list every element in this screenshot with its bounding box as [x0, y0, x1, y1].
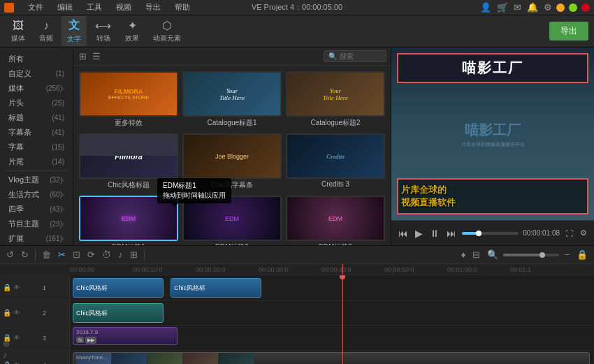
media-item-label: Chic风格标题 [79, 179, 178, 191]
media-item-credits3[interactable]: Credits Credits 3 [286, 133, 385, 191]
timeline-lock-icon[interactable]: 🔒 [574, 248, 590, 261]
zoom-out-icon[interactable]: − [562, 248, 572, 261]
track-header-3: 🔒 👁 3 [0, 326, 70, 350]
menu-help[interactable]: 帮助 [172, 2, 193, 13]
track-add-icon[interactable]: ♦ [459, 248, 468, 261]
media-grid: FILMORA EFFECTS STORE 更多特效 YourTitle Her… [73, 66, 391, 245]
zoom-handle[interactable] [539, 252, 545, 258]
track-settings-icon[interactable]: ⊟ [470, 248, 482, 261]
tool-effects[interactable]: ✦ 效果 [119, 17, 145, 45]
split-button[interactable]: ⊞ [128, 248, 140, 261]
progress-handle[interactable] [476, 231, 481, 236]
menu-video[interactable]: 视频 [113, 2, 134, 13]
redo-button[interactable]: ↻ [19, 248, 31, 261]
menu-file[interactable]: 文件 [25, 2, 46, 13]
tool-audio-label: 音频 [39, 34, 53, 43]
pause-button[interactable]: ⏸ [428, 226, 441, 240]
speed-button[interactable]: ⏱ [100, 248, 113, 261]
menu-tools[interactable]: 工具 [84, 2, 105, 13]
text-icon: 文 [68, 18, 80, 33]
tool-animation[interactable]: ⬡ 动画元素 [147, 17, 187, 45]
media-item-edm2[interactable]: EDM EDM标题2 [182, 196, 282, 245]
audio-fade-button[interactable]: ♪ [116, 248, 125, 261]
sidebar-item-subtitle[interactable]: 字幕 (15) [6, 140, 67, 154]
tool-transition[interactable]: ⟷ 转场 [89, 17, 117, 45]
rotate-button[interactable]: ⟳ [85, 248, 97, 261]
tool-media[interactable]: 🖼 媒体 [6, 17, 31, 45]
track-clip-video[interactable]: khazyTone... [73, 352, 590, 364]
sidebar-item-seasons[interactable]: 四季 (43) › [6, 202, 67, 217]
cart-icon[interactable]: 🛒 [497, 2, 508, 13]
media-icon: 🖼 [13, 20, 24, 32]
message-icon[interactable]: ✉ [514, 2, 521, 13]
close-button[interactable] [581, 3, 590, 12]
notification-icon[interactable]: 🔔 [527, 2, 538, 13]
preview-settings-icon[interactable]: ⚙ [579, 227, 588, 239]
add-track-icon[interactable]: ⊕ [3, 339, 10, 349]
delete-button[interactable]: 🗑 [40, 248, 53, 261]
menu-edit[interactable]: 编辑 [55, 2, 75, 13]
sidebar-item-lifestyle[interactable]: 生活方式 (60) › [6, 187, 67, 202]
sidebar-item-intro[interactable]: 片头 (25) [6, 96, 67, 110]
skip-forward-button[interactable]: ⏭ [445, 226, 458, 240]
tool-text[interactable]: 文 文字 [61, 16, 87, 46]
progress-bar[interactable] [462, 232, 519, 235]
media-item-edm3[interactable]: EDM EDM标题3 [286, 196, 385, 245]
track-eye-icon[interactable]: 👁 [13, 284, 20, 291]
track-row-2: 🔒 👁 2 Chic风格标 [0, 300, 594, 326]
track-eye-icon[interactable]: 👁 [13, 361, 20, 364]
sidebar-item-vlog[interactable]: Vlog主题 (32) › [6, 173, 67, 187]
skip-back-button[interactable]: ⏮ [397, 226, 410, 240]
sidebar-item-custom[interactable]: 自定义 (1) [6, 66, 67, 81]
media-item-chic2[interactable]: Joe Blogger Chic风字幕条 [182, 133, 282, 191]
cut-button[interactable]: ✂ [56, 248, 68, 261]
minimize-button[interactable] [556, 3, 565, 12]
preview-controls: ⏮ ▶ ⏸ ⏭ 00:00:01:08 ⛶ ⚙ [391, 220, 594, 245]
track-clip[interactable]: Chic风格标 [73, 303, 164, 323]
track-lock-icon[interactable]: 🔒 [3, 361, 11, 364]
tool-audio[interactable]: ♪ 音频 [34, 17, 59, 45]
media-item-catalogue2[interactable]: YourTitle Here Catalogue标题2 [286, 71, 385, 129]
sidebar-item-all[interactable]: 所有 [6, 52, 67, 66]
tool-effects-label: 效果 [125, 34, 139, 43]
track-eye-icon[interactable]: 👁 [13, 309, 20, 316]
track-lock-icon[interactable]: 🔒 [3, 309, 11, 316]
track-clip[interactable]: Chic风格标 [171, 278, 261, 298]
track-eye-icon[interactable]: 👁 [13, 334, 20, 342]
chevron-right-icon: › [62, 85, 64, 92]
settings-icon[interactable]: ⚙ [544, 2, 552, 13]
track-clip[interactable]: 2019.7.9 fx ▶▶ [73, 327, 178, 345]
play-button[interactable]: ▶ [414, 226, 424, 240]
export-button[interactable]: 导出 [549, 22, 588, 41]
zoom-slider[interactable] [503, 254, 559, 256]
track-content-4[interactable]: khazyTone... [70, 351, 594, 364]
grid-view-icon[interactable]: ⊞ [78, 50, 88, 63]
timeline-zoom-icon[interactable]: 🔍 [485, 248, 500, 261]
track-content-3[interactable]: 2019.7.9 fx ▶▶ [70, 326, 594, 350]
fullscreen-button[interactable]: ⛶ [564, 228, 574, 239]
user-icon[interactable]: 👤 [480, 2, 491, 13]
menu-export[interactable]: 导出 [143, 2, 164, 13]
add-audio-track-icon[interactable]: ♪ [3, 350, 10, 360]
track-lock-icon[interactable]: 🔒 [3, 284, 11, 291]
sidebar-item-media[interactable]: 媒体 (256) › [6, 81, 67, 96]
sidebar-item-title[interactable]: 标题 (41) [6, 110, 67, 125]
crop-button[interactable]: ⊡ [71, 248, 82, 261]
track-clip[interactable]: Chic风格标 [73, 278, 164, 298]
search-input[interactable] [340, 52, 382, 60]
media-item-filmora-store[interactable]: FILMORA EFFECTS STORE 更多特效 [79, 71, 178, 129]
media-item-edm1[interactable]: EDM EDM标题1 [79, 196, 178, 245]
track-content-2[interactable]: Chic风格标 [70, 300, 594, 325]
media-item-chic1[interactable]: Filmora Chic风格标题 [79, 133, 178, 191]
track-content-1[interactable]: Chic风格标 Chic风格标 [70, 275, 594, 300]
maximize-button[interactable] [569, 3, 577, 12]
sidebar-item-subtitle-bar[interactable]: 字幕条 (41) [6, 125, 67, 140]
titlebar: 文件 编辑 工具 视频 导出 帮助 VE Project 4：00:00:05:… [0, 0, 594, 15]
undo-button[interactable]: ↺ [4, 248, 16, 261]
sidebar-item-outro[interactable]: 片尾 (14) [6, 154, 67, 169]
sidebar-item-programs[interactable]: 节目主题 (29) › [6, 217, 67, 231]
media-item-catalogue1[interactable]: YourTitle Here Catalogue标题1 [182, 71, 282, 129]
list-view-icon[interactable]: ☰ [91, 50, 102, 63]
sidebar-item-extend[interactable]: 扩展 (161) › [6, 231, 67, 245]
clip-label: Chic风格标 [76, 309, 108, 318]
